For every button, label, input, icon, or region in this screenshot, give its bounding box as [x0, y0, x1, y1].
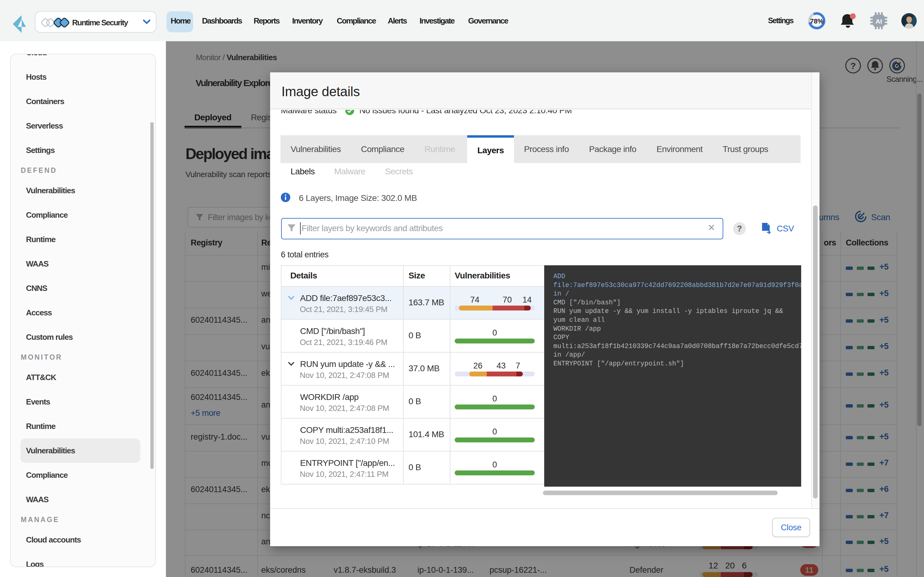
svg-text:78%: 78% — [810, 18, 824, 25]
svg-text:AI: AI — [876, 18, 882, 25]
